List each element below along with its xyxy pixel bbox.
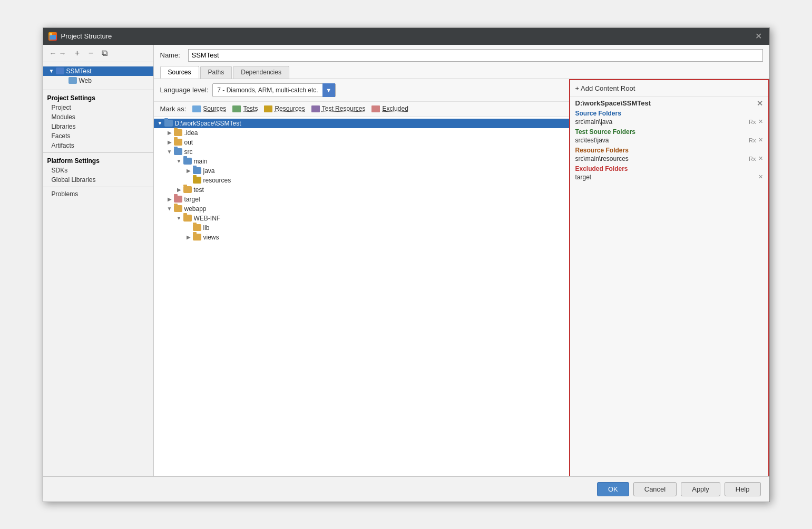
expand-src-arrow[interactable]: ▼ (165, 149, 174, 155)
expand-out-arrow[interactable]: ▶ (165, 139, 174, 145)
file-tree-item-webinf[interactable]: ▼ WEB-INF (154, 214, 569, 223)
test-source-actions-0: Rx ✕ (749, 137, 762, 143)
expand-idea-arrow[interactable]: ▶ (165, 130, 174, 136)
excluded-folder-row-0: target ✕ (575, 173, 763, 181)
file-tree-item-java[interactable]: ▶ java (154, 166, 569, 176)
test-source-path-0: src\test\java (575, 137, 609, 144)
idea-label: .idea (184, 129, 198, 137)
file-tree-item-lib[interactable]: lib (154, 223, 569, 233)
sidebar-item-modules[interactable]: Modules (43, 112, 153, 122)
mark-tests-btn[interactable]: Tests (232, 105, 258, 112)
root-close-button[interactable]: ✕ (757, 99, 763, 108)
add-module-button[interactable]: + (72, 47, 83, 59)
module-label: SSMTest (66, 68, 92, 75)
file-tree: ▼ D:\workSpace\SSMTest ▶ .idea ▶ (154, 117, 569, 476)
sidebar-divider-1 (43, 90, 153, 90)
lang-level-bar: Language level: 7 - Diamonds, ARM, multi… (154, 79, 569, 102)
ok-button[interactable]: OK (597, 482, 629, 496)
expand-root-arrow[interactable]: ▼ (156, 120, 164, 126)
excluded-folders-label: Excluded Folders (575, 163, 763, 173)
expand-views-arrow[interactable]: ▶ (184, 234, 193, 240)
lib-label: lib (203, 224, 210, 232)
close-button[interactable]: ✕ (754, 31, 764, 42)
file-tree-item-src[interactable]: ▼ src (154, 147, 569, 157)
sidebar-divider-2 (43, 152, 153, 153)
module-tree-item-web[interactable]: Web (43, 76, 153, 85)
source-folder-edit-0[interactable]: Rx (749, 119, 756, 125)
tab-sources[interactable]: Sources (160, 66, 199, 79)
module-header: Name: Sources Paths Dependencies (154, 45, 769, 79)
help-button[interactable]: Help (725, 482, 761, 496)
test-source-folders-label: Test Source Folders (575, 126, 763, 136)
dialog-footer: OK Cancel Apply Help (43, 476, 769, 502)
copy-module-button[interactable]: ⧉ (99, 47, 111, 59)
file-tree-item-webapp[interactable]: ▼ webapp (154, 204, 569, 214)
expand-lib-arrow (184, 225, 193, 230)
sources-panel: Language level: 7 - Diamonds, ARM, multi… (154, 79, 569, 476)
file-tree-item-test[interactable]: ▶ test (154, 185, 569, 195)
sidebar-tree: ▼ SSMTest Web Project Settings Project (43, 62, 153, 476)
expand-java-arrow[interactable]: ▶ (184, 168, 193, 174)
sidebar-item-libraries[interactable]: Libraries (43, 122, 153, 131)
sources-icon (192, 105, 201, 112)
mark-test-resources-btn[interactable]: Test Resources (311, 105, 366, 112)
expand-target-arrow[interactable]: ▶ (165, 196, 174, 202)
tests-icon (232, 105, 241, 112)
sidebar-item-problems[interactable]: Problems (43, 189, 153, 199)
name-input[interactable] (188, 49, 763, 62)
expand-arrow[interactable]: ▼ (47, 68, 56, 74)
sidebar-item-sdks[interactable]: SDKs (43, 166, 153, 175)
sidebar-item-facets[interactable]: Facets (43, 131, 153, 141)
sidebar-item-artifacts[interactable]: Artifacts (43, 141, 153, 150)
apply-button[interactable]: Apply (681, 482, 720, 496)
test-label: test (194, 186, 204, 194)
expand-main-arrow[interactable]: ▼ (175, 158, 183, 164)
excluded-remove-0[interactable]: ✕ (758, 174, 763, 180)
add-content-root-button[interactable]: + Add Content Root (570, 80, 768, 97)
tab-paths[interactable]: Paths (200, 66, 232, 79)
module-tree-item-ssmtest[interactable]: ▼ SSMTest (43, 66, 153, 76)
mark-resources-btn[interactable]: Resources (264, 105, 305, 112)
resources-icon (264, 105, 272, 112)
source-folder-remove-0[interactable]: ✕ (758, 118, 763, 125)
svg-rect-0 (50, 35, 56, 40)
artifacts-label: Artifacts (52, 142, 74, 149)
resource-path-0: src\main\resources (575, 155, 629, 162)
file-tree-item-target[interactable]: ▶ target (154, 195, 569, 204)
cancel-button[interactable]: Cancel (633, 482, 677, 496)
file-tree-item-out[interactable]: ▶ out (154, 138, 569, 147)
resources-folder-icon (193, 177, 201, 184)
test-folder-icon (183, 186, 192, 193)
src-folder-icon (174, 148, 182, 155)
excluded-path-0: target (575, 174, 592, 181)
test-source-edit-0[interactable]: Rx (749, 137, 756, 143)
lang-select-wrapper[interactable]: 7 - Diamonds, ARM, multi-catch etc. ▼ (212, 83, 335, 97)
sidebar-item-project[interactable]: Project (43, 103, 153, 112)
resource-remove-0[interactable]: ✕ (758, 155, 763, 162)
content-root-path: D:\workSpace\SSMTest ✕ (575, 99, 763, 108)
idea-folder-icon (174, 129, 182, 136)
file-tree-item-idea[interactable]: ▶ .idea (154, 128, 569, 138)
mark-excluded-btn[interactable]: Excluded (371, 105, 408, 112)
remove-module-button[interactable]: − (85, 47, 97, 59)
forward-button[interactable]: → (59, 49, 66, 57)
sidebar: ← → + − ⧉ ▼ SSMTest (43, 45, 154, 476)
file-tree-item-main[interactable]: ▼ main (154, 157, 569, 166)
resource-edit-0[interactable]: Rx (749, 156, 756, 162)
file-tree-item-views[interactable]: ▶ views (154, 233, 569, 242)
file-tree-item-resources[interactable]: resources (154, 176, 569, 185)
expand-test-arrow[interactable]: ▶ (175, 187, 183, 193)
web-label: Web (79, 77, 92, 84)
views-label: views (203, 234, 219, 241)
test-source-remove-0[interactable]: ✕ (758, 137, 763, 143)
file-tree-item-root[interactable]: ▼ D:\workSpace\SSMTest (154, 119, 569, 128)
sidebar-item-global-libraries[interactable]: Global Libraries (43, 175, 153, 185)
back-button[interactable]: ← (50, 49, 57, 57)
sidebar-divider-3 (43, 187, 153, 187)
tab-dependencies[interactable]: Dependencies (233, 66, 289, 79)
expand-webinf-arrow[interactable]: ▼ (175, 215, 183, 221)
expand-webapp-arrow[interactable]: ▼ (165, 206, 174, 211)
lang-select-arrow[interactable]: ▼ (322, 83, 335, 97)
mark-sources-btn[interactable]: Sources (192, 105, 226, 112)
webapp-label: webapp (184, 205, 207, 213)
